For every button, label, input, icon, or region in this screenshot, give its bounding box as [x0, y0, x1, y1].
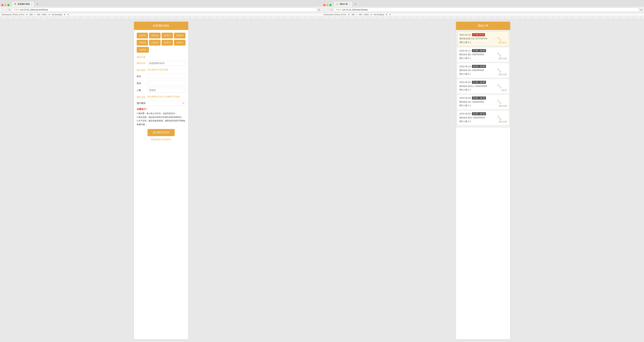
- left-sensor-icon: ⊘: [67, 13, 69, 15]
- date-btn-oct21[interactable]: 10月21: [162, 40, 173, 45]
- order-time-badge-0: 17:45-18:35: [472, 33, 485, 36]
- right-height: 844: [359, 13, 362, 15]
- left-tab-title: 柯基预约系统: [18, 3, 30, 5]
- right-tab-close[interactable]: ×: [349, 3, 350, 5]
- left-nav-bar: ← → ↻ 不安全 124.70.42.136/reserveH5Show ⊕: [0, 7, 322, 13]
- order-people-3: 预约人数:1人: [459, 88, 507, 92]
- order-card-top-2: 2020-06-10 14:15 - 15:05: [459, 65, 507, 68]
- left-panel-header: 柯基预约系统: [134, 22, 188, 30]
- date-btn-oct16[interactable]: 10月16: [149, 33, 160, 38]
- left-form-body: 10月15 10月16 10月17 10月18 10月19 10月20 10月2…: [134, 30, 188, 144]
- right-back-btn[interactable]: ←: [324, 8, 326, 11]
- date-btn-oct17[interactable]: 10月17: [162, 33, 173, 38]
- order-status-2: 预约过期: [499, 73, 507, 76]
- order-card-top-3: 2020-06-09 17:45 - 18:35: [459, 81, 507, 84]
- right-dim-dropdown-icon[interactable]: ▼: [348, 13, 350, 15]
- right-traffic-light-green[interactable]: [330, 4, 332, 6]
- right-active-tab[interactable]: 🛒 我的订单 ×: [334, 1, 352, 7]
- date-btn-oct18[interactable]: 10月18: [174, 33, 186, 38]
- tips-title: 温馨提示：: [137, 108, 186, 111]
- right-page-area: 我的订单 2023-10-15 17:45-18:35 预约姓名:陈小龙 137…: [322, 19, 644, 342]
- right-throttling-dropdown-icon[interactable]: ▼: [386, 13, 388, 15]
- left-forward-btn[interactable]: →: [5, 8, 8, 11]
- right-zoom: 100%: [364, 13, 368, 15]
- right-url-field[interactable]: 不安全 124.70.42.136/orderH5Index: [334, 7, 639, 12]
- left-throttling: No throttling: [52, 13, 62, 15]
- left-zoom-dropdown-icon[interactable]: ▼: [48, 13, 50, 15]
- date-btn-oct20[interactable]: 10月20: [149, 40, 160, 45]
- order-card-5: 2020-06-09 15:25 - 16:15 预约姓名:邵xx 138000…: [457, 111, 509, 125]
- date-grid-row3: 10月23: [137, 47, 186, 53]
- booking-date-label: 预约日期: [137, 55, 146, 59]
- order-time-badge-3: 17:45 - 18:35: [472, 81, 486, 84]
- left-url-field[interactable]: 不安全 124.70.42.136/reserveH5Show: [12, 7, 317, 12]
- right-refresh-btn[interactable]: ↻: [330, 8, 332, 11]
- order-time-badge-1: 17:45 - 18:35: [472, 49, 486, 52]
- right-url-text: 124.70.42.136/orderH5Index: [342, 9, 368, 11]
- date-btn-oct15[interactable]: 10月15: [137, 33, 148, 38]
- payment-row: 预约付款 预约费用到店支付入场费时予以抵扣: [137, 95, 186, 99]
- fee-label: 预约费用: [137, 101, 146, 105]
- traffic-light-yellow[interactable]: [4, 4, 6, 6]
- date-btn-oct23[interactable]: 10月23: [137, 47, 149, 53]
- left-tab-close[interactable]: ×: [31, 3, 32, 5]
- fee-value: 0: [182, 102, 184, 104]
- order-date-1: 2020-06-11: [459, 49, 471, 52]
- people-input[interactable]: [148, 88, 186, 93]
- left-dim-dropdown-icon[interactable]: ▼: [26, 13, 28, 15]
- booking-time-row: 预约时间: [137, 61, 186, 66]
- booking-time-input[interactable]: [148, 61, 186, 66]
- orders-list: 2023-10-15 17:45-18:35 预约姓名:陈小龙 13737387…: [456, 30, 510, 128]
- left-ruler: [0, 16, 322, 19]
- order-status-0: 预约成功: [498, 41, 507, 44]
- traffic-light-green[interactable]: [8, 4, 10, 6]
- date-grid-row1: 10月15 10月16 10月17 10月18: [137, 33, 186, 38]
- order-card-top-1: 2020-06-11 17:45 - 18:35: [459, 49, 507, 52]
- order-status-5: 预约过期: [499, 120, 507, 123]
- name-input[interactable]: [148, 74, 186, 79]
- dog-icon-0: 🦴: [497, 36, 502, 41]
- left-x-sep: ×: [34, 13, 36, 15]
- right-forward-btn[interactable]: →: [327, 8, 330, 11]
- phone-input[interactable]: [148, 81, 186, 86]
- dog-icon-4: 🦴: [497, 100, 502, 104]
- order-date-2: 2020-06-10: [459, 65, 471, 68]
- payment-note: 预约费用到店支付入场费时予以抵扣: [148, 95, 180, 98]
- right-tab-title: 我的订单: [340, 3, 348, 5]
- left-app-panel: 柯基预约系统 10月15 10月16 10月17 10月18 10月19 10月…: [134, 22, 188, 339]
- right-traffic-light-yellow[interactable]: [326, 4, 328, 6]
- right-tab-new[interactable]: +: [353, 2, 358, 7]
- submit-btn[interactable]: 提交预约并支付: [148, 129, 175, 136]
- left-refresh-btn[interactable]: ↻: [8, 8, 10, 11]
- left-devtools-bar: Dimensions: iPhone 12 Pro ▼ 390 × 844 10…: [0, 13, 322, 16]
- order-date-5: 2020-06-09: [459, 112, 471, 115]
- right-favicon: 🛒: [336, 3, 338, 5]
- tips-section: 温馨提示： 1.预约费：每人线上付10元，余款到店支付； 2.场次说明：场次标注…: [137, 108, 186, 126]
- left-zoom: 100%: [42, 13, 46, 15]
- left-width: 390: [30, 13, 32, 15]
- date-btn-oct22[interactable]: 10月22: [174, 40, 186, 45]
- order-card-top-4: 2020-06-09 15:25 - 16:15: [459, 96, 507, 100]
- left-dimensions-label: Dimensions: iPhone 12 Pro: [2, 13, 24, 15]
- tips-line1: 1.预约费：每人线上付10元，余款到店支付；: [137, 112, 186, 115]
- left-active-tab[interactable]: 🐕 柯基预约系统 ×: [12, 1, 34, 7]
- left-back-btn[interactable]: ←: [2, 8, 4, 11]
- order-card-4: 2020-06-09 15:25 - 16:15 预约姓名:你x 1380000…: [457, 95, 509, 109]
- left-cast-icon: ⊕: [318, 8, 320, 11]
- order-date-0: 2023-10-15: [460, 33, 471, 36]
- left-throttling-dropdown-icon[interactable]: ▼: [64, 13, 66, 15]
- traffic-light-red[interactable]: [1, 4, 4, 6]
- order-time-badge-2: 14:15 - 15:05: [472, 65, 486, 68]
- left-tab-new[interactable]: +: [35, 2, 40, 7]
- right-traffic-light-red[interactable]: [323, 4, 326, 6]
- phone-row: 电话: [137, 81, 186, 86]
- fee-row: 预约费用 0: [137, 101, 186, 106]
- right-tab-bar: 🛒 我的订单 × +: [322, 0, 644, 7]
- right-zoom-dropdown-icon[interactable]: ▼: [370, 13, 372, 15]
- date-btn-oct19[interactable]: 10月19: [137, 40, 148, 45]
- right-devtools-bar: Dimensions: iPhone 12 Pro ▼ 390 × 844 10…: [322, 13, 644, 16]
- booking-date-row: 预约日期: [137, 55, 186, 59]
- left-url-warning: 不安全: [14, 8, 19, 11]
- right-url-warning: 不安全: [336, 8, 341, 11]
- right-cast-icon: ⊕: [640, 8, 642, 11]
